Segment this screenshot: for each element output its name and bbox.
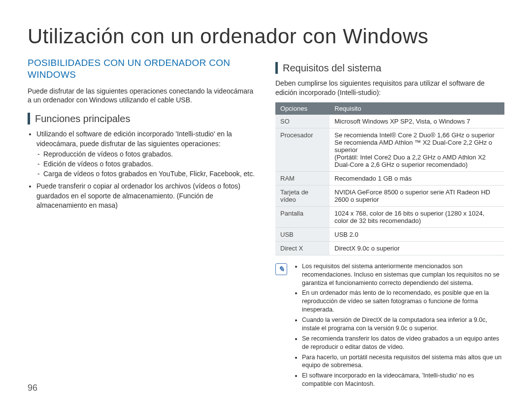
list-item: Para hacerlo, un portátil necesita requi…	[302, 353, 504, 370]
cell-requirement: Microsoft Windows XP SP2, Vista, o Windo…	[330, 115, 504, 128]
cell-requirement: Se recomienda Intel® Core 2 Duo® 1,66 GH…	[330, 128, 504, 171]
list-item: Utilizando el software de edición incorp…	[36, 129, 257, 179]
note-icon: ✎	[275, 263, 287, 275]
subheading-requisitos: Requisitos del sistema	[275, 62, 504, 74]
list-text: Utilizando el software de edición incorp…	[36, 130, 232, 148]
list-item: Los requisitos del sistema anteriormente…	[302, 262, 504, 287]
table-row: Direct X DirectX 9.0c o superior	[275, 241, 504, 255]
cell-requirement: Recomendado 1 GB o más	[330, 171, 504, 185]
table-row: Tarjeta de vídeo NVIDIA GeForce 8500 o s…	[275, 185, 504, 206]
cell-option: SO	[275, 115, 330, 128]
two-column-layout: POSIBILIDADES CON UN ORDENADOR CON WINDO…	[28, 57, 504, 390]
table-row: USB USB 2.0	[275, 227, 504, 241]
list-item: Carga de vídeos o fotos grabados en YouT…	[43, 169, 257, 179]
cell-option: Tarjeta de vídeo	[275, 185, 330, 206]
cell-requirement: NVIDIA GeForce 8500 o superior serie ATI…	[330, 185, 504, 206]
table-row: SO Microsoft Windows XP SP2, Vista, o Wi…	[275, 115, 504, 128]
list-item: Puede transferir o copiar al ordenador l…	[36, 182, 257, 211]
list-item: Cuando la versión de DirectX de la compu…	[302, 316, 504, 333]
cell-option: Procesador	[275, 128, 330, 171]
table-header-options: Opciones	[275, 102, 330, 115]
table-body: SO Microsoft Windows XP SP2, Vista, o Wi…	[275, 115, 504, 255]
list-item: Se recomienda transferir los datos de ví…	[302, 335, 504, 351]
list-item: Edición de vídeos o fotos grabados.	[43, 159, 257, 169]
subheading-funciones: Funciones principales	[28, 113, 257, 125]
cell-option: RAM	[275, 171, 330, 185]
table-row: Pantalla 1024 x 768, color de 16 bits o …	[275, 206, 504, 227]
cell-option: Direct X	[275, 241, 330, 255]
cell-requirement: 1024 x 768, color de 16 bits o superior …	[330, 206, 504, 227]
note-box: ✎ Los requisitos del sistema anteriormen…	[275, 262, 504, 390]
cell-requirement: USB 2.0	[330, 227, 504, 241]
intro-paragraph: Puede disfrutar de las siguientes operac…	[28, 87, 257, 105]
requirements-intro: Deben cumplirse los siguientes requisito…	[275, 79, 504, 97]
document-page: Utilización con un ordenador con Windows…	[0, 0, 532, 407]
section-heading-possibilities: POSIBILIDADES CON UN ORDENADOR CON WINDO…	[28, 57, 257, 81]
page-number: 96	[28, 383, 37, 393]
cell-requirement: DirectX 9.0c o superior	[330, 241, 504, 255]
sub-list: Reproducción de vídeos o fotos grabados.…	[36, 150, 257, 179]
table-header-requirement: Requisito	[330, 102, 504, 115]
list-item: Reproducción de vídeos o fotos grabados.	[43, 150, 257, 159]
main-functions-list: Utilizando el software de edición incorp…	[28, 129, 257, 211]
subheading-label: Requisitos del sistema	[283, 63, 381, 74]
requirements-table: Opciones Requisito SO Microsoft Windows …	[275, 102, 504, 255]
table-row: RAM Recomendado 1 GB o más	[275, 171, 504, 185]
subheading-label: Funciones principales	[35, 113, 130, 125]
list-item: El software incorporado en la videocámar…	[302, 372, 504, 388]
page-title: Utilización con un ordenador con Windows	[28, 25, 504, 48]
left-column: POSIBILIDADES CON UN ORDENADOR CON WINDO…	[28, 57, 257, 390]
cell-option: USB	[275, 227, 330, 241]
list-item: En un ordenador más lento de lo recomend…	[302, 289, 504, 314]
note-list: Los requisitos del sistema anteriormente…	[293, 262, 504, 390]
table-row: Procesador Se recomienda Intel® Core 2 D…	[275, 128, 504, 171]
cell-option: Pantalla	[275, 206, 330, 227]
right-column: Requisitos del sistema Deben cumplirse l…	[275, 57, 504, 390]
